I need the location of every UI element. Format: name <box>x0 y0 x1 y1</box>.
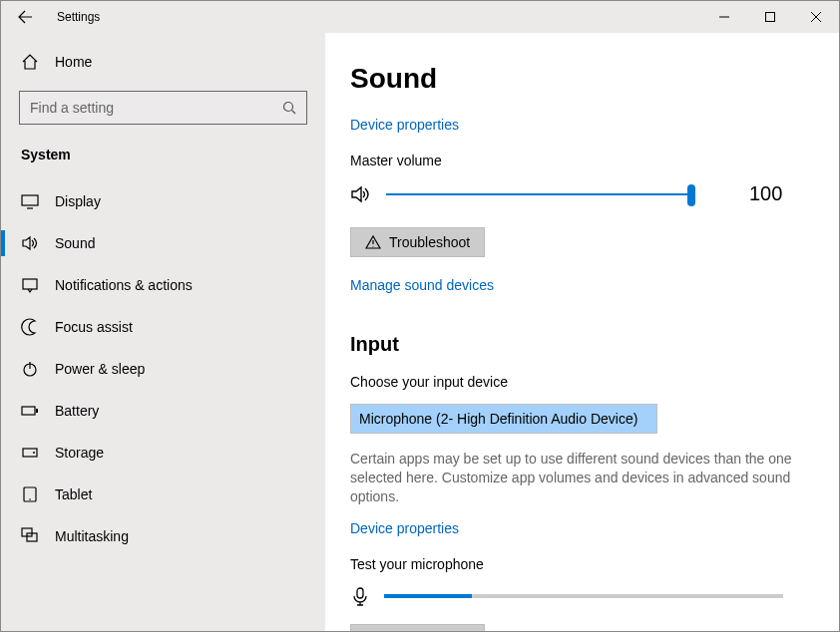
mic-level-row <box>350 586 814 606</box>
nav-label: Sound <box>55 235 95 251</box>
back-button[interactable] <box>1 1 49 33</box>
svg-rect-13 <box>357 588 363 598</box>
nav-label: Storage <box>55 445 104 461</box>
notifications-icon <box>21 276 39 294</box>
maximize-button[interactable] <box>747 1 793 33</box>
svg-point-10 <box>29 498 31 500</box>
close-icon <box>811 12 821 22</box>
nav-label: Multitasking <box>55 528 129 544</box>
volume-slider[interactable] <box>386 186 695 202</box>
close-button[interactable] <box>793 1 839 33</box>
svg-rect-5 <box>22 407 35 415</box>
input-hint: Certain apps may be set up to use differ… <box>350 450 799 506</box>
nav-label: Battery <box>55 403 99 419</box>
volume-thumb[interactable] <box>687 184 695 206</box>
category-header: System <box>1 147 325 180</box>
microphone-icon <box>350 586 370 606</box>
nav-display[interactable]: Display <box>1 180 325 222</box>
home-label: Home <box>55 54 92 70</box>
svg-rect-3 <box>23 279 37 289</box>
nav-label: Display <box>55 193 101 209</box>
search-input[interactable] <box>30 100 282 116</box>
troubleshoot-output-button[interactable]: Troubleshoot <box>350 227 485 257</box>
search-box[interactable] <box>19 91 307 125</box>
titlebar: Settings <box>1 1 839 33</box>
svg-rect-0 <box>766 13 775 22</box>
test-mic-label: Test your microphone <box>350 556 814 572</box>
content-area: Sound Device properties Master volume 10… <box>325 33 839 631</box>
nav-label: Tablet <box>55 486 92 502</box>
home-icon <box>21 53 39 71</box>
nav-multitasking[interactable]: Multitasking <box>1 515 325 557</box>
minimize-button[interactable] <box>701 1 747 33</box>
input-heading: Input <box>350 333 814 356</box>
window-controls <box>701 1 839 33</box>
svg-point-8 <box>33 452 35 454</box>
minimize-icon <box>719 12 729 22</box>
display-icon <box>21 192 39 210</box>
svg-point-1 <box>284 103 293 112</box>
speaker-icon <box>350 183 372 205</box>
settings-window: Settings Home <box>0 0 840 632</box>
storage-icon <box>21 444 39 462</box>
sidebar: Home System Display Sound <box>1 33 325 631</box>
nav-label: Notifications & actions <box>55 277 193 293</box>
battery-icon <box>21 402 39 420</box>
power-icon <box>21 360 39 378</box>
tablet-icon <box>21 485 39 503</box>
back-arrow-icon <box>17 9 33 25</box>
mic-level-bar <box>384 594 783 598</box>
svg-rect-6 <box>36 409 38 413</box>
focus-assist-icon <box>21 318 39 336</box>
nav-label: Focus assist <box>55 319 133 335</box>
choose-input-label: Choose your input device <box>350 374 814 390</box>
nav-power-sleep[interactable]: Power & sleep <box>1 348 325 390</box>
input-device-properties-link[interactable]: Device properties <box>350 520 459 536</box>
nav-battery[interactable]: Battery <box>1 390 325 432</box>
master-volume-label: Master volume <box>350 153 814 168</box>
nav-label: Power & sleep <box>55 361 145 377</box>
nav-notifications[interactable]: Notifications & actions <box>1 264 325 306</box>
window-title: Settings <box>57 10 100 24</box>
multitasking-icon <box>21 527 39 545</box>
device-properties-link[interactable]: Device properties <box>350 117 459 133</box>
selected-input-device: Microphone (2- High Definition Audio Dev… <box>359 411 637 427</box>
home-nav[interactable]: Home <box>1 43 325 81</box>
volume-row: 100 <box>350 182 814 205</box>
manage-sound-devices-link[interactable]: Manage sound devices <box>350 277 494 293</box>
nav-sound[interactable]: Sound <box>1 222 325 264</box>
nav-tablet[interactable]: Tablet <box>1 474 325 515</box>
input-device-select[interactable]: Microphone (2- High Definition Audio Dev… <box>350 404 657 434</box>
search-icon <box>282 101 296 115</box>
page-title: Sound <box>350 63 814 95</box>
volume-value: 100 <box>749 182 782 205</box>
nav-storage[interactable]: Storage <box>1 432 325 474</box>
nav-focus-assist[interactable]: Focus assist <box>1 306 325 348</box>
svg-rect-2 <box>22 195 38 205</box>
warning-icon <box>365 234 381 250</box>
sound-icon <box>21 234 39 252</box>
button-label: Troubleshoot <box>389 234 470 250</box>
troubleshoot-input-button[interactable]: Troubleshoot <box>350 624 485 631</box>
maximize-icon <box>765 12 775 22</box>
